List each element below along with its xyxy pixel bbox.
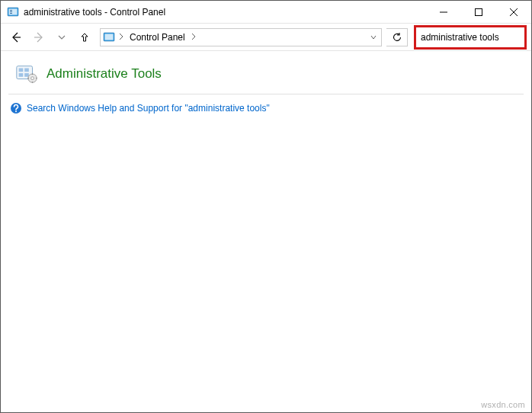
search-box[interactable] (418, 29, 532, 46)
window-controls (426, 1, 531, 24)
recent-locations-button[interactable] (51, 27, 72, 48)
administrative-tools-link[interactable]: Administrative Tools (46, 66, 162, 82)
help-icon (10, 102, 22, 114)
svg-rect-2 (10, 10, 12, 11)
svg-rect-17 (24, 68, 29, 72)
minimize-button[interactable] (426, 1, 461, 24)
refresh-button[interactable] (386, 28, 408, 46)
help-search-row: Search Windows Help and Support for "adm… (1, 98, 531, 119)
search-box-highlight (414, 25, 527, 50)
address-bar-dropdown[interactable] (366, 29, 381, 46)
chevron-right-icon[interactable] (190, 33, 197, 41)
up-button[interactable] (74, 27, 95, 48)
svg-rect-6 (476, 8, 482, 15)
content-area: Administrative Tools Search Windows Help… (1, 51, 531, 412)
svg-rect-16 (19, 68, 24, 72)
watermark: wsxdn.com (481, 400, 525, 409)
svg-rect-18 (19, 73, 24, 77)
svg-rect-3 (10, 11, 12, 12)
divider (8, 94, 524, 94)
window-title: administrative tools - Control Panel (24, 7, 165, 18)
svg-rect-4 (10, 13, 12, 14)
nav-row: Control Panel (1, 24, 531, 51)
back-button[interactable] (5, 27, 27, 48)
svg-point-21 (31, 77, 34, 80)
address-bar-icon (101, 29, 117, 46)
administrative-tools-icon (14, 62, 39, 86)
titlebar: administrative tools - Control Panel (1, 1, 531, 24)
search-input[interactable] (421, 32, 532, 43)
control-panel-icon (7, 6, 19, 18)
svg-rect-19 (24, 73, 29, 77)
forward-button[interactable] (28, 27, 50, 48)
chevron-right-icon[interactable] (117, 33, 125, 41)
svg-point-23 (15, 110, 17, 112)
search-help-link[interactable]: Search Windows Help and Support for "adm… (27, 103, 270, 114)
maximize-button[interactable] (461, 1, 496, 24)
address-bar[interactable]: Control Panel (100, 28, 382, 46)
control-panel-window: administrative tools - Control Panel (0, 0, 532, 413)
breadcrumb-control-panel[interactable]: Control Panel (125, 32, 190, 43)
result-header: Administrative Tools (1, 51, 531, 94)
close-button[interactable] (496, 1, 531, 24)
svg-rect-12 (105, 34, 114, 40)
